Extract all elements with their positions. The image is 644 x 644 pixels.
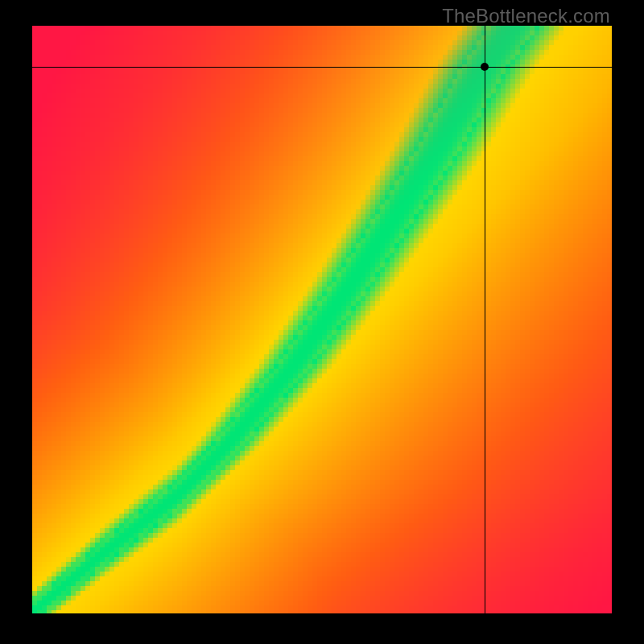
watermark: TheBottleneck.com <box>442 5 610 27</box>
bottleneck-heatmap <box>32 26 612 613</box>
chart-frame <box>32 26 612 613</box>
